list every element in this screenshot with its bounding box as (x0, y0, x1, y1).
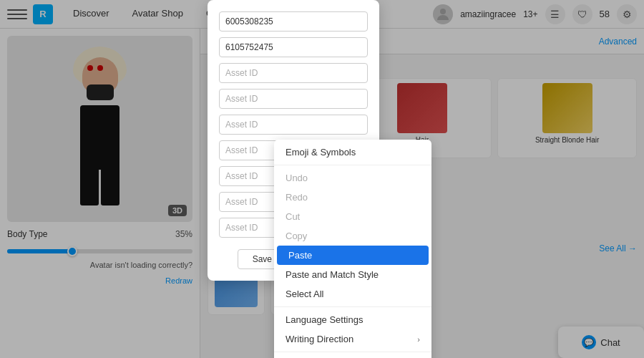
ctx-cut: Cut (274, 207, 431, 226)
ctx-redo: Redo (274, 188, 431, 207)
ctx-inspect[interactable]: Inspect (274, 355, 431, 358)
asset-id-input-5[interactable] (219, 115, 368, 135)
ctx-writing-direction[interactable]: Writing Direction › (274, 329, 431, 349)
context-menu: Emoji & Symbols Undo Redo Cut Copy Paste… (274, 140, 431, 358)
ctx-paste[interactable]: Paste (277, 246, 429, 265)
asset-id-input-3[interactable] (219, 63, 368, 83)
ctx-language-settings[interactable]: Language Settings (274, 310, 431, 329)
ctx-divider (274, 165, 431, 165)
ctx-undo: Undo (274, 168, 431, 188)
ctx-emoji-symbols[interactable]: Emoji & Symbols (274, 142, 431, 162)
asset-id-input-1[interactable] (219, 11, 368, 32)
asset-id-input-2[interactable] (219, 37, 368, 57)
asset-id-input-4[interactable] (219, 89, 368, 109)
ctx-copy: Copy (274, 226, 431, 246)
ctx-paste-match[interactable]: Paste and Match Style (274, 265, 431, 284)
ctx-divider-3 (274, 352, 431, 352)
chevron-right-icon: › (417, 335, 420, 344)
ctx-select-all[interactable]: Select All (274, 284, 431, 304)
ctx-divider-2 (274, 306, 431, 307)
